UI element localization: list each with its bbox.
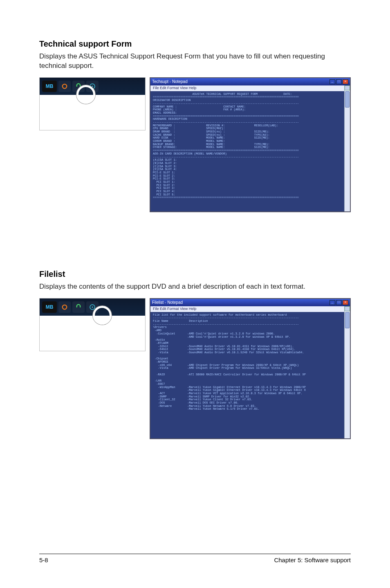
minimize-button[interactable]: _ [329, 79, 335, 84]
scroll-thumb[interactable] [345, 312, 350, 328]
tech-title: Technical support Form [39, 39, 351, 49]
techsupt-window: Techsupt - Notepad _ □ × File Edit Forma… [150, 77, 351, 212]
nav-logo[interactable]: MB [42, 301, 57, 313]
scroll-up-icon[interactable] [345, 306, 350, 311]
gear-icon[interactable] [58, 301, 71, 313]
tech-desc: Displays the ASUS Technical Support Requ… [39, 52, 351, 71]
menubar[interactable]: File Edit Format View Help [150, 85, 350, 91]
close-button[interactable]: × [343, 79, 348, 84]
titlebar: Filelist - Notepad _ □ × [150, 299, 350, 306]
titlebar: Techsupt - Notepad _ □ × [150, 78, 350, 85]
window-title: Filelist - Notepad [152, 300, 183, 305]
filelist-desc: Displays the contents of the support DVD… [39, 282, 351, 292]
scrollbar[interactable] [344, 85, 350, 211]
support-icon[interactable] [72, 81, 85, 92]
maximize-button[interactable]: □ [336, 79, 342, 84]
chapter-label: Chapter 5: Software support [274, 557, 351, 563]
scrollbar[interactable] [344, 306, 350, 438]
filelist-window: Filelist - Notepad _ □ × File Edit Forma… [150, 298, 351, 439]
svg-point-5 [92, 306, 93, 307]
techsupt-content: ASUSTeK TECHNICAL SUPPORT REQUEST FORM D… [150, 91, 350, 201]
close-button[interactable]: × [343, 300, 348, 305]
disc-icon[interactable] [86, 81, 99, 92]
navbar: MB [40, 298, 145, 316]
svg-point-3 [63, 305, 67, 310]
scroll-up-icon[interactable] [345, 85, 350, 90]
navbar: MB [40, 78, 145, 95]
window-title: Techsupt - Notepad [152, 79, 188, 84]
nav-logo[interactable]: MB [42, 81, 57, 92]
svg-point-2 [92, 85, 93, 87]
support-icon[interactable] [72, 301, 85, 313]
tech-thumb: MB [39, 77, 146, 130]
filelist-content: File list for the included support softw… [150, 312, 350, 413]
gear-icon[interactable] [58, 81, 71, 92]
page-number: 5-8 [39, 557, 48, 563]
filelist-title: Filelist [39, 269, 351, 279]
disc-icon[interactable] [86, 301, 99, 313]
filelist-thumb: MB [39, 298, 146, 351]
page-footer: 5-8 Chapter 5: Software support [39, 554, 351, 563]
minimize-button[interactable]: _ [329, 300, 335, 305]
maximize-button[interactable]: □ [336, 300, 342, 305]
scroll-thumb[interactable] [345, 91, 350, 108]
svg-point-0 [63, 84, 67, 89]
menubar[interactable]: File Edit Format View Help [150, 306, 350, 312]
